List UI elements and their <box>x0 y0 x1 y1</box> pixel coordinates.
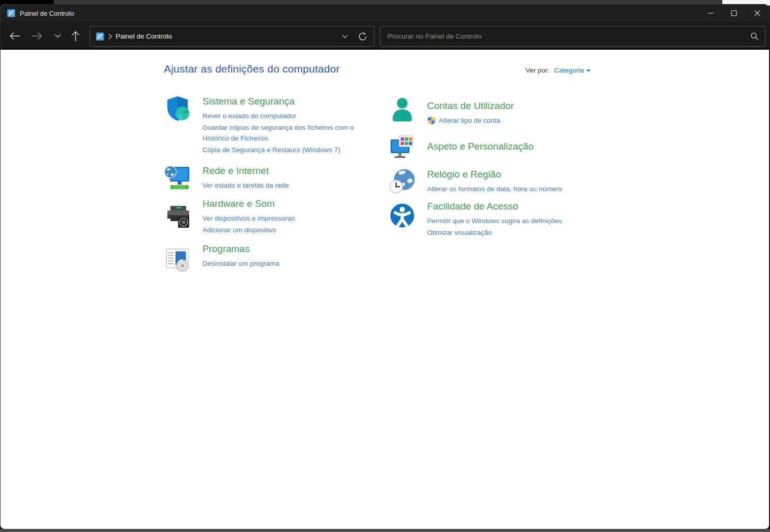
arrow-right-icon <box>31 29 43 43</box>
category-title[interactable]: Aspeto e Personalização <box>427 140 620 153</box>
search-box <box>380 26 765 47</box>
task-link[interactable]: Guardar cópias de segurança dos ficheiro… <box>202 122 372 144</box>
minimize-icon <box>708 10 714 16</box>
view-by-dropdown[interactable]: Categoria <box>554 66 590 74</box>
uac-shield-icon <box>427 116 436 125</box>
titlebar: Painel de Controlo <box>1 5 769 22</box>
task-link[interactable]: Ver dispositivos e impressoras <box>202 213 372 224</box>
task-link[interactable]: Otimizar visualização <box>427 227 620 238</box>
clock-globe-icon[interactable] <box>389 167 416 194</box>
minimize-button[interactable] <box>699 5 722 22</box>
navigation-bar: Painel de Controlo <box>1 22 769 50</box>
category-system-security: Sistema e Segurança Rever o estado do co… <box>164 95 372 155</box>
view-by-label: Ver por: <box>526 66 549 74</box>
control-panel-icon <box>7 9 15 17</box>
category-appearance-personalization: Aspeto e Personalização <box>389 133 620 161</box>
search-input[interactable] <box>380 32 750 40</box>
control-panel-icon <box>96 32 104 41</box>
page-title: Ajustar as definições do computador <box>164 63 340 75</box>
maximize-button[interactable] <box>722 5 746 22</box>
category-clock-region: Relógio e Região Alterar os formatos de … <box>389 167 620 194</box>
category-title[interactable]: Facilidade de Acesso <box>427 200 620 213</box>
network-monitor-icon[interactable] <box>164 164 191 192</box>
content-area: Ajustar as definições do computador Ver … <box>1 50 769 528</box>
control-panel-window: Painel de Controlo <box>0 4 769 529</box>
forward-button[interactable] <box>28 27 46 45</box>
up-button[interactable] <box>66 27 85 45</box>
programs-disc-icon[interactable] <box>164 245 191 272</box>
task-link[interactable]: Cópia de Segurança e Restauro (Windows 7… <box>202 145 372 155</box>
task-link[interactable]: Adicionar um dispositivo <box>202 225 372 235</box>
printer-sound-icon[interactable] <box>164 202 191 230</box>
close-button[interactable] <box>746 5 769 22</box>
recent-locations-button[interactable] <box>49 27 67 45</box>
task-link[interactable]: Desinstalar um programa <box>202 258 372 269</box>
category-title[interactable]: Relógio e Região <box>427 168 620 181</box>
category-hardware-sound: Hardware e Som Ver dispositivos e impres… <box>164 197 372 235</box>
security-shield-icon[interactable] <box>164 95 191 122</box>
task-link[interactable]: Rever o estado do computador <box>202 111 372 121</box>
category-programs: Programas Desinstalar um programa <box>164 242 372 272</box>
search-icon[interactable] <box>750 32 759 41</box>
personalization-monitor-icon[interactable] <box>389 133 416 161</box>
arrow-up-icon <box>69 29 82 43</box>
maximize-icon <box>731 10 737 16</box>
chevron-down-icon <box>54 32 62 40</box>
task-link[interactable]: Permitir que o Windows sugira as definiç… <box>427 216 620 226</box>
ease-of-access-icon[interactable] <box>389 202 416 229</box>
category-network-internet: Rede e Internet Ver estado e tarefas da … <box>164 164 372 192</box>
task-link[interactable]: Alterar tipo de conta <box>427 115 620 126</box>
back-button[interactable] <box>6 27 24 45</box>
user-account-icon[interactable] <box>389 96 416 123</box>
chevron-right-icon <box>108 33 113 40</box>
window-title: Painel de Controlo <box>20 10 74 17</box>
category-user-accounts: Contas de Utilizador Alterar tipo de con… <box>389 96 620 126</box>
task-link[interactable]: Ver estado e tarefas da rede <box>202 180 372 191</box>
breadcrumb[interactable]: Painel de Controlo <box>116 32 341 40</box>
category-title[interactable]: Hardware e Som <box>202 197 372 210</box>
category-title[interactable]: Programas <box>202 242 372 256</box>
category-title[interactable]: Contas de Utilizador <box>427 99 620 113</box>
refresh-icon[interactable] <box>358 31 368 42</box>
address-bar[interactable]: Painel de Controlo <box>90 26 374 47</box>
category-ease-of-access: Facilidade de Acesso Permitir que o Wind… <box>389 200 620 238</box>
view-by-control: Ver por: Categoria <box>526 66 590 74</box>
caret-down-icon <box>586 69 590 72</box>
category-title[interactable]: Rede e Internet <box>202 164 372 178</box>
task-link[interactable]: Alterar os formatos de data, hora ou núm… <box>427 184 620 194</box>
address-dropdown-chevron-icon[interactable] <box>341 33 348 40</box>
category-title[interactable]: Sistema e Segurança <box>202 95 372 108</box>
arrow-left-icon <box>9 29 21 43</box>
close-icon <box>754 10 760 16</box>
